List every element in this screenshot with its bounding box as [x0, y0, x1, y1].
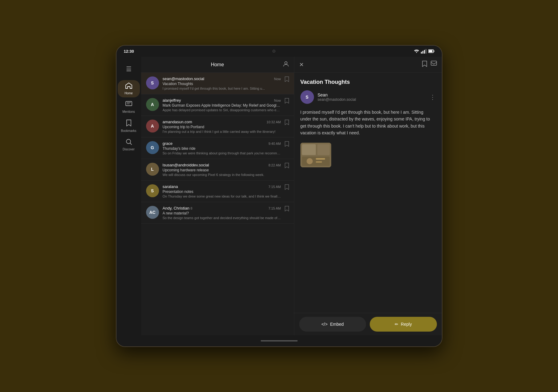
sidebar-item-mentions-label: Mentions: [122, 110, 135, 113]
sidebar-item-discover[interactable]: Discover: [118, 136, 140, 153]
feed-sender: sean@mastodon.social: [163, 76, 204, 81]
avatar: S: [146, 184, 159, 197]
feed-subject: A new material?: [163, 211, 281, 215]
sidebar-item-mentions[interactable]: Mentions: [118, 99, 140, 116]
avatar: L: [146, 163, 159, 176]
feed-time: 8:22 AM: [268, 163, 281, 167]
feed-item[interactable]: AC Andy, Christian 8 7:15 AM A new mater…: [141, 202, 294, 224]
avatar: AC: [146, 206, 159, 219]
bookmark-button[interactable]: [422, 61, 427, 68]
embed-label: Embed: [330, 322, 344, 327]
post-image: [300, 143, 331, 167]
tablet-device: 12:30 ☰: [116, 45, 442, 347]
sidebar-item-home-label: Home: [124, 92, 133, 95]
avatar: A: [146, 98, 159, 111]
sidebar-item-home[interactable]: Home: [118, 80, 140, 97]
avatar: G: [146, 141, 159, 154]
svg-rect-7: [431, 61, 437, 65]
sidebar: ☰ Home Mentions: [116, 57, 141, 335]
sidebar-item-bookmarks-label: Bookmarks: [121, 129, 136, 133]
svg-rect-10: [317, 144, 330, 155]
feed-sender: lsusan@androiddev.social: [163, 163, 209, 167]
feed-sender: grace: [163, 141, 173, 146]
sidebar-item-bookmarks[interactable]: Bookmarks: [118, 117, 140, 135]
feed-item[interactable]: A amandasun.com 10:32 AM Upcoming trip t…: [141, 116, 294, 137]
feed-item-content: sean@mastodon.social Now Vacation Though…: [163, 76, 281, 90]
svg-rect-13: [316, 158, 325, 160]
signal-icon: [421, 49, 426, 54]
feed-panel: Home S sean@mastodon.social Now: [141, 57, 294, 335]
svg-rect-3: [429, 50, 432, 52]
status-time: 12:30: [124, 49, 134, 54]
app-container: ☰ Home Mentions: [116, 57, 442, 335]
feed-preview: So the design teams got together and dec…: [163, 216, 281, 220]
feed-header: Home: [141, 57, 294, 73]
camera-indicator: [272, 50, 275, 53]
feed-preview: I'm planning out a trip and I think I go…: [163, 130, 281, 133]
bookmark-icon[interactable]: [285, 141, 289, 148]
feed-sender: alanjeffrey: [163, 98, 181, 103]
feed-item-content: amandasun.com 10:32 AM Upcoming trip to …: [163, 120, 281, 133]
feed-time: 7:15 AM: [268, 206, 281, 210]
detail-header: ✕: [294, 57, 442, 73]
feed-item[interactable]: S saralana 7:15 AM Presentation notes On…: [141, 181, 294, 202]
feed-sender: Andy, Christian 8: [163, 206, 193, 210]
author-name: Sean: [318, 92, 426, 97]
bookmarks-icon: [126, 120, 132, 128]
feed-time: 9:40 AM: [268, 142, 281, 145]
author-info: Sean sean@mastodon.social: [318, 92, 426, 102]
bookmark-icon[interactable]: [285, 206, 289, 212]
more-options-button[interactable]: ⋮: [430, 93, 436, 101]
profile-icon[interactable]: [283, 61, 289, 68]
feed-sender: saralana: [163, 184, 178, 189]
svg-point-12: [307, 158, 313, 164]
svg-rect-2: [434, 51, 434, 52]
home-icon: [125, 83, 132, 90]
feed-item[interactable]: S sean@mastodon.social Now Vacation Thou…: [141, 73, 294, 94]
feed-time: 10:32 AM: [267, 120, 281, 124]
feed-item[interactable]: G grace 9:40 AM Thursday's bike ride So …: [141, 137, 294, 159]
feed-preview: On Thursday we drew some great new ideas…: [163, 194, 281, 198]
feed-preview: We will discuss our upcoming Pixel 6 str…: [163, 173, 281, 177]
feed-time: Now: [274, 77, 281, 81]
status-bar: 12:30: [116, 46, 442, 57]
bookmark-icon[interactable]: [285, 163, 289, 169]
compose-button[interactable]: [431, 61, 437, 68]
avatar: A: [146, 120, 159, 133]
feed-subject: Mark Gurman Exposes Apple Intelligence D…: [163, 103, 281, 108]
feed-time: Now: [274, 99, 281, 102]
bottom-bar: [116, 335, 442, 346]
menu-hamburger-icon[interactable]: ☰: [122, 62, 135, 76]
status-icons: [414, 49, 434, 54]
feed-item-content: lsusan@androiddev.social 8:22 AM Upcomin…: [163, 163, 281, 177]
home-indicator[interactable]: [261, 340, 298, 341]
bookmark-icon[interactable]: [285, 98, 289, 104]
feed-title: Home: [211, 62, 224, 67]
feed-item[interactable]: A alanjeffrey Now Mark Gurman Exposes Ap…: [141, 94, 294, 116]
reply-button[interactable]: ✏ Reply: [370, 317, 437, 332]
sidebar-item-discover-label: Discover: [123, 148, 135, 151]
detail-body: Vacation Thoughts S Sean sean@mastodon.s…: [294, 73, 442, 313]
bookmark-icon[interactable]: [285, 120, 289, 126]
svg-point-6: [285, 62, 287, 64]
feed-item-top: lsusan@androiddev.social 8:22 AM: [163, 163, 281, 167]
feed-item-top: grace 9:40 AM: [163, 141, 281, 146]
detail-panel: ✕ Vacation Thought: [294, 57, 442, 335]
svg-point-0: [416, 52, 417, 53]
feed-item-content: Andy, Christian 8 7:15 AM A new material…: [163, 206, 281, 220]
feed-item-content: saralana 7:15 AM Presentation notes On T…: [163, 184, 281, 198]
svg-rect-11: [302, 157, 330, 166]
feed-subject: Presentation notes: [163, 190, 281, 194]
reply-label: Reply: [401, 322, 412, 327]
feed-preview: I promised myself I'd get through this b…: [163, 87, 281, 90]
feed-item[interactable]: L lsusan@androiddev.social 8:22 AM Upcom…: [141, 159, 294, 181]
mentions-icon: [125, 101, 132, 109]
embed-button[interactable]: </> Embed: [299, 317, 366, 332]
svg-rect-14: [316, 161, 322, 163]
author-handle: sean@mastodon.social: [318, 97, 426, 102]
feed-preview: Apple has delayed promised updates to Si…: [163, 108, 281, 112]
bookmark-icon[interactable]: [285, 184, 289, 191]
svg-rect-4: [126, 101, 132, 106]
close-button[interactable]: ✕: [299, 61, 304, 68]
bookmark-icon[interactable]: [285, 76, 289, 83]
